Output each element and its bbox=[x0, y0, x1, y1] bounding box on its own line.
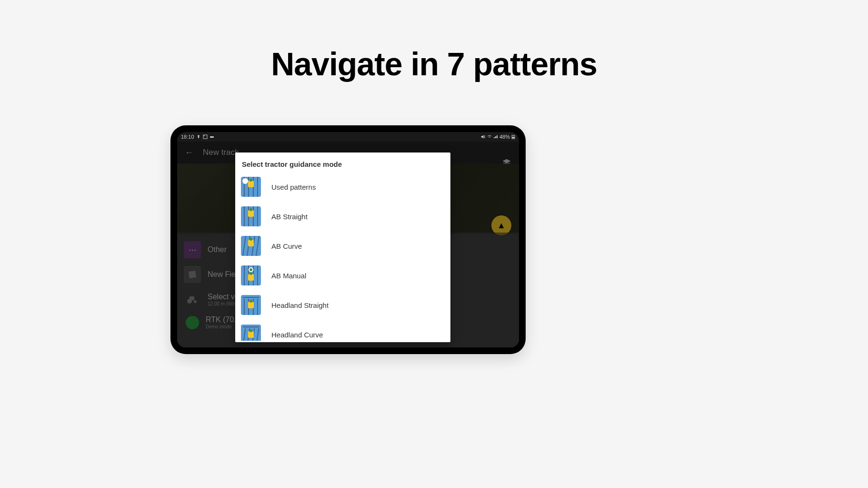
status-time: 18:10 bbox=[181, 134, 194, 140]
mute-icon bbox=[481, 134, 486, 139]
dialog-item-label: AB Manual bbox=[271, 272, 306, 280]
dialog-item-label: Headland Curve bbox=[271, 331, 323, 339]
headland-straight-icon bbox=[241, 295, 261, 315]
dialog-list: Used patterns AB Straight bbox=[235, 172, 450, 341]
dialog-item-ab-manual[interactable]: AB Manual bbox=[235, 261, 450, 290]
dialog-item-label: AB Curve bbox=[271, 242, 302, 250]
dialog-item-label: Headland Straight bbox=[271, 301, 329, 309]
dialog-item-label: AB Straight bbox=[271, 213, 308, 221]
app-content: ← New track ▲ ⋯ Other bbox=[177, 142, 519, 347]
svg-rect-5 bbox=[512, 137, 514, 138]
dialog-item-label: Used patterns bbox=[271, 183, 316, 191]
dialog-item-ab-curve[interactable]: AB Curve bbox=[235, 231, 450, 261]
dialog-item-used-patterns[interactable]: Used patterns bbox=[235, 172, 450, 202]
tablet-mockup-frame: 18:10 bbox=[170, 125, 526, 354]
ab-straight-icon bbox=[241, 206, 261, 226]
svg-rect-2 bbox=[210, 136, 214, 138]
car-icon bbox=[210, 134, 214, 139]
used-patterns-icon bbox=[241, 177, 261, 197]
svg-rect-0 bbox=[203, 135, 207, 139]
svg-rect-4 bbox=[513, 135, 514, 135]
guidance-mode-dialog: Select tractor guidance mode Used patter… bbox=[235, 152, 450, 342]
tablet-screen: 18:10 bbox=[177, 132, 519, 347]
image-icon bbox=[203, 134, 208, 139]
svg-point-1 bbox=[204, 135, 205, 136]
battery-icon bbox=[511, 134, 515, 139]
page-title: Navigate in 7 patterns bbox=[271, 45, 597, 82]
dialog-item-headland-curve[interactable]: Headland Curve bbox=[235, 320, 450, 341]
wifi-icon bbox=[487, 134, 492, 139]
ab-curve-icon bbox=[241, 236, 261, 256]
upload-icon bbox=[196, 134, 201, 139]
ab-manual-icon bbox=[241, 265, 261, 285]
dialog-item-headland-straight[interactable]: Headland Straight bbox=[235, 290, 450, 320]
signal-icon bbox=[493, 134, 498, 139]
headland-curve-icon bbox=[241, 325, 261, 341]
status-battery: 48% bbox=[499, 134, 510, 140]
android-status-bar: 18:10 bbox=[177, 132, 519, 142]
dialog-item-ab-straight[interactable]: AB Straight bbox=[235, 202, 450, 231]
dialog-title: Select tractor guidance mode bbox=[235, 152, 450, 172]
